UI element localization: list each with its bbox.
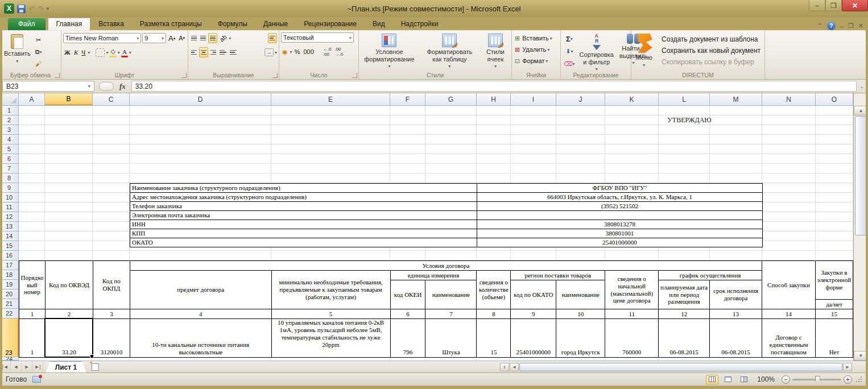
redo-icon[interactable]: ↷ bbox=[38, 5, 44, 13]
hdr-quantity[interactable]: сведения о количестве (объеме) bbox=[477, 271, 511, 309]
decrease-decimal-icon[interactable]: .00→.0 bbox=[333, 47, 344, 57]
maximize-button[interactable]: ❐ bbox=[825, 0, 842, 11]
col-header-O[interactable]: O bbox=[816, 93, 853, 105]
cell-N23[interactable]: Договор с единственным поставщиком bbox=[762, 319, 816, 358]
cell-O23[interactable]: Нет bbox=[815, 319, 853, 358]
row-header[interactable]: 6 bbox=[0, 154, 19, 164]
row-header[interactable]: 20 bbox=[0, 289, 19, 299]
format-cells-icon[interactable]: ⊡ bbox=[514, 56, 521, 66]
info-label[interactable]: Телефон заказчика bbox=[130, 202, 477, 211]
hdr-yesno[interactable]: да/нет bbox=[815, 300, 853, 309]
align-bottom-icon[interactable] bbox=[208, 33, 217, 43]
align-middle-icon[interactable] bbox=[199, 33, 207, 43]
colnum[interactable]: 7 bbox=[425, 309, 477, 319]
row-header[interactable]: 11 bbox=[0, 202, 19, 212]
workbook-restore-icon[interactable]: ❐ bbox=[848, 22, 854, 30]
hdr-region[interactable]: регион поставки товаров bbox=[511, 271, 605, 280]
directum-menu-button[interactable]: Меню▾ bbox=[633, 32, 655, 71]
fill-color-dropdown-icon[interactable]: ▾ bbox=[118, 50, 120, 55]
col-header-N[interactable]: N bbox=[762, 93, 816, 105]
accounting-format-icon[interactable]: ◉ bbox=[281, 47, 289, 57]
cut-icon[interactable]: ✂ bbox=[34, 35, 43, 45]
tab-file[interactable]: Файл bbox=[8, 18, 46, 30]
zoom-thumb[interactable] bbox=[815, 376, 820, 383]
row-header[interactable]: 15 bbox=[0, 241, 19, 251]
autosum-icon[interactable]: Σ▾ bbox=[563, 34, 576, 44]
align-center-icon[interactable] bbox=[199, 47, 208, 57]
hdr-subject[interactable]: предмет договора bbox=[130, 271, 271, 309]
row-header[interactable]: 3 bbox=[0, 125, 19, 135]
conditional-formatting-button[interactable]: Условное форматирование▾ bbox=[361, 32, 418, 71]
insert-worksheet-icon[interactable] bbox=[86, 361, 104, 373]
row-header[interactable]: 14 bbox=[0, 231, 19, 241]
percent-style-icon[interactable]: % bbox=[294, 47, 301, 57]
hdr-deadline[interactable]: срок исполнения договора bbox=[710, 280, 762, 309]
info-value[interactable]: 3808013278 bbox=[477, 220, 763, 229]
cell-styles-button[interactable]: Стили ячеек▾ bbox=[481, 32, 510, 71]
cell-A23[interactable]: 1 bbox=[19, 319, 46, 358]
row-header[interactable]: 18 bbox=[0, 270, 19, 280]
normal-view-button[interactable] bbox=[706, 375, 718, 384]
hdr-okpd[interactable]: Код по ОКПД bbox=[93, 261, 130, 309]
col-header-M[interactable]: M bbox=[710, 93, 762, 105]
hsplit-handle[interactable]: ‖ bbox=[500, 363, 509, 371]
row-header[interactable]: 4 bbox=[0, 135, 19, 144]
bold-button[interactable]: Ж bbox=[63, 47, 72, 57]
col-header-K[interactable]: K bbox=[605, 93, 659, 105]
row-header[interactable]: 21 bbox=[0, 299, 19, 309]
underline-button[interactable]: Ч bbox=[80, 47, 86, 57]
cell-F23[interactable]: 796 bbox=[390, 319, 425, 358]
align-right-icon[interactable] bbox=[209, 47, 217, 57]
clipboard-dialog-launcher[interactable] bbox=[55, 73, 60, 78]
colnum[interactable]: 3 bbox=[93, 309, 130, 319]
page-layout-view-button[interactable] bbox=[722, 375, 734, 384]
info-value[interactable]: 25401000000 bbox=[477, 238, 763, 247]
hdr-requirements[interactable]: минимально необходимые требования, предъ… bbox=[271, 271, 390, 309]
font-dialog-launcher[interactable] bbox=[181, 73, 187, 78]
row-header[interactable]: 9 bbox=[0, 183, 19, 193]
format-painter-icon[interactable]: 🖌︎ bbox=[34, 59, 43, 69]
colnum[interactable]: 14 bbox=[762, 309, 816, 319]
hdr-method[interactable]: Способ закупки bbox=[762, 261, 816, 309]
col-header-D[interactable]: D bbox=[130, 93, 271, 105]
hdr-unit-name[interactable]: наименование bbox=[425, 280, 477, 309]
comma-style-icon[interactable]: 000 bbox=[302, 47, 315, 57]
colnum[interactable]: 5 bbox=[271, 309, 390, 319]
info-label[interactable]: ИНН bbox=[130, 220, 477, 229]
hdr-okved[interactable]: Код по ОКВЭД bbox=[45, 261, 93, 309]
sheet-cells[interactable]: УТВЕРЖДАЮ Наименование заказчика (структ… bbox=[19, 106, 853, 361]
macro-record-icon[interactable] bbox=[32, 376, 41, 383]
alignment-dialog-launcher[interactable] bbox=[272, 73, 278, 78]
cell-C23[interactable]: 3120010 bbox=[93, 319, 130, 358]
tab-formulas[interactable]: Формулы bbox=[210, 18, 255, 30]
italic-button[interactable]: К bbox=[73, 47, 79, 57]
info-value[interactable]: (3952) 521502 bbox=[477, 202, 763, 211]
close-button[interactable]: ✕ bbox=[842, 0, 868, 11]
hscroll-thumb[interactable] bbox=[519, 363, 842, 371]
col-header-H[interactable]: H bbox=[477, 93, 511, 105]
increase-decimal-icon[interactable]: ←.0.00 bbox=[322, 47, 333, 57]
col-header-A[interactable]: A bbox=[19, 93, 45, 105]
row-header[interactable]: 19 bbox=[0, 280, 19, 289]
col-header-C[interactable]: C bbox=[93, 93, 130, 105]
colnum[interactable]: 11 bbox=[605, 309, 659, 319]
save-icon[interactable] bbox=[17, 5, 26, 13]
cell-E23[interactable]: 10 управляемых каналов питания 0-2кВ 1мА… bbox=[271, 319, 390, 358]
colnum[interactable]: 15 bbox=[815, 309, 853, 319]
undo-icon[interactable]: ↶ bbox=[28, 5, 35, 13]
copy-icon[interactable]: ⧉▾ bbox=[34, 47, 43, 57]
underline-dropdown-icon[interactable]: ▾ bbox=[88, 50, 90, 55]
info-value[interactable]: 664003 Иркутская область, г.Иркутск, ул.… bbox=[477, 193, 763, 202]
col-header-L[interactable]: L bbox=[659, 93, 710, 105]
cell-J23[interactable]: город Иркутск bbox=[556, 319, 605, 358]
page-break-view-button[interactable] bbox=[738, 375, 750, 384]
shrink-font-icon[interactable]: A▾ bbox=[177, 33, 186, 43]
col-header-E[interactable]: E bbox=[271, 93, 390, 105]
info-label[interactable]: Адрес местонахождения заказчика (структу… bbox=[130, 193, 477, 202]
help-icon[interactable]: ? bbox=[827, 22, 836, 30]
font-color-icon[interactable]: А bbox=[121, 47, 128, 57]
row-header[interactable]: 13 bbox=[0, 222, 19, 231]
cell-D23[interactable]: 10-ти канальные источники питания высоко… bbox=[130, 319, 271, 358]
scroll-left-icon[interactable]: ◄ bbox=[510, 363, 519, 371]
col-header-G[interactable]: G bbox=[425, 93, 477, 105]
